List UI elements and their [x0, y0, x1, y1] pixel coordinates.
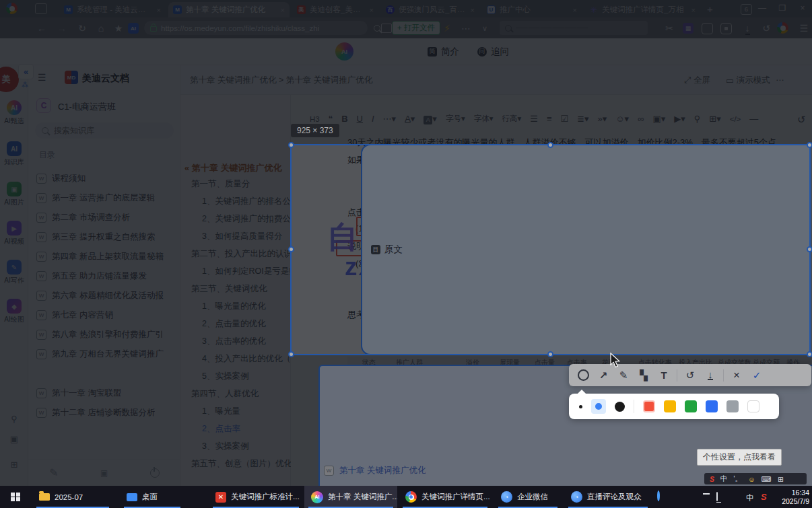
rail-item-knowledge[interactable]: AI 知识库 — [0, 141, 28, 167]
maximize-button[interactable]: ❐ — [776, 3, 789, 13]
table-icon[interactable]: ⊞▾ — [709, 114, 720, 124]
resize-handle[interactable] — [551, 260, 555, 265]
footer-button[interactable]: 实时数据 — [382, 470, 421, 483]
taskbar-item-active-doc[interactable]: AI 第十章 关键词推广... — [304, 486, 397, 508]
color-yellow[interactable] — [664, 400, 676, 412]
ime-indicator[interactable]: 中 — [746, 493, 754, 504]
code-icon[interactable]: </> — [730, 115, 741, 123]
annotation-rectangle[interactable] — [488, 216, 612, 236]
download-tool[interactable]: ↓ — [700, 367, 720, 384]
minimize-button[interactable]: — — [755, 3, 769, 13]
highlight-icon[interactable]: A▾ — [424, 114, 437, 124]
rail-item-ai-image[interactable]: ▣ AI图片 — [0, 182, 28, 207]
bold-icon[interactable]: B — [341, 114, 347, 124]
ai-extension-icon[interactable]: AI — [128, 23, 139, 34]
lightning-icon[interactable]: ⚡ — [440, 22, 454, 34]
tab-close-icon[interactable]: × — [281, 6, 285, 14]
tab-close-icon[interactable]: × — [573, 6, 577, 14]
sidebar-item[interactable]: W课程须知 — [32, 170, 176, 187]
browser-tab[interactable]: 美 美迪创客_美迪电商_美 × — [292, 2, 378, 17]
ime-keyboard-icon[interactable]: ⌨ — [762, 475, 772, 483]
tab-count-badge[interactable]: 6 — [741, 4, 752, 15]
sidebar-item[interactable]: W第七章 内容营销 — [32, 306, 176, 324]
browser-tab[interactable]: U 推广中心 × — [482, 2, 582, 17]
new-tab-button[interactable]: + — [707, 3, 713, 15]
close-button[interactable]: × — [796, 3, 809, 13]
present-mode-button[interactable]: ▭演示模式 — [726, 75, 770, 86]
stroke-size-small[interactable] — [579, 405, 582, 408]
taskbar-clock[interactable]: 16:34 2025/7/9 — [769, 488, 809, 505]
pin-icon[interactable]: ⚲ — [0, 414, 28, 424]
tray-sogou-icon[interactable]: S — [761, 492, 767, 502]
stroke-size-large[interactable] — [615, 402, 625, 412]
insert-video-icon[interactable]: ▶▾ — [674, 114, 685, 124]
cancel-capture-icon[interactable]: × — [726, 367, 747, 384]
taskbar-item-wecom[interactable]: ◔ 企业微信 — [494, 486, 562, 508]
search-input[interactable] — [53, 125, 156, 136]
ime-toolbox-icon[interactable]: ⊞ — [778, 475, 784, 483]
puzzle-extensions-icon[interactable] — [720, 23, 732, 34]
line-height-select[interactable]: 行高▾ — [502, 114, 521, 124]
annotation-rectangle[interactable] — [725, 216, 796, 237]
ime-emoji-icon[interactable]: ☺ — [748, 475, 755, 483]
tab-close-icon[interactable]: × — [370, 6, 374, 14]
font-size-select[interactable]: 字号▾ — [446, 114, 465, 124]
rail-item-ai-select[interactable]: AI AI甄选 — [0, 100, 28, 126]
color-green[interactable] — [685, 400, 697, 412]
toc-title[interactable]: « 第十章 关键词推广优化 — [184, 162, 281, 174]
tray-microphone-icon[interactable] — [703, 492, 710, 495]
edit-icon[interactable]: ✎ — [49, 466, 58, 479]
tab-summary[interactable]: 简 简介 — [419, 42, 468, 61]
resize-handle[interactable] — [705, 249, 710, 254]
ellipse-tool[interactable] — [573, 367, 593, 384]
resize-handle[interactable] — [705, 273, 710, 277]
sidebar-item[interactable]: W第四章 新品上架获取流量秘籍 — [32, 248, 176, 265]
bullet-list-icon[interactable]: ☰ — [530, 114, 538, 124]
rail-item-ai-video[interactable]: ▶ AI视频 — [0, 221, 28, 246]
resize-handle[interactable] — [628, 273, 632, 277]
toc-item[interactable]: 第五节、创意（图片）优化 — [191, 458, 298, 470]
more-icon[interactable]: ⋯ — [459, 22, 473, 34]
home-button[interactable]: ⌂ — [94, 22, 108, 34]
toolbar-search-box[interactable]: ⸺⸺⸺⸺⸺⸺ — [500, 21, 648, 35]
knowledge-search-box[interactable] — [35, 122, 174, 139]
more-format-icon[interactable]: ⋯▾ — [383, 114, 397, 124]
undo-icon[interactable]: ↺ — [797, 114, 806, 126]
browser-tab[interactable]: 百 便强澳门风云_百度搜索 × — [381, 2, 479, 17]
tab-close-icon[interactable]: × — [157, 6, 161, 14]
open-file-button[interactable]: + 打开文件 — [392, 21, 440, 35]
start-button[interactable] — [0, 486, 31, 508]
forward-button[interactable]: → — [55, 22, 69, 34]
browser-tab-active[interactable]: M 第十章 关键词推广优化 × — [168, 2, 290, 17]
bookmark-star-icon[interactable]: ★ — [112, 22, 125, 34]
color-blue[interactable] — [706, 400, 718, 412]
footer-button[interactable]: 复制 — [510, 470, 535, 483]
insert-image-icon[interactable]: ▣▾ — [652, 114, 665, 124]
align-icon[interactable]: ≣▾ — [577, 114, 588, 124]
rail-item-ai-drawing[interactable]: ◆ AI绘图 — [0, 299, 28, 324]
resize-handle[interactable] — [551, 273, 555, 277]
sidebar-item[interactable]: W第十二章 店铺诊断数据分析 — [32, 404, 176, 421]
undo-tool[interactable]: ↺ — [680, 367, 700, 384]
toc-item[interactable]: 第三节、关键词优化 — [191, 283, 298, 295]
workspace-avatar[interactable]: C — [36, 98, 51, 113]
text-color-icon[interactable]: A▾ — [405, 114, 415, 124]
taskbar-item-chrome[interactable]: 关键词推广详情页... — [399, 486, 492, 508]
hamburger-menu-icon[interactable]: ☰ — [797, 22, 811, 34]
taskbar-item-spreadsheet[interactable]: ✕ 关键词推广标准计... — [209, 486, 303, 508]
font-family-select[interactable]: 字体▾ — [474, 114, 494, 124]
stroke-size-medium-selected[interactable] — [591, 399, 606, 414]
tray-app-icon[interactable] — [657, 492, 660, 500]
collapse-icon[interactable]: « — [184, 163, 192, 173]
window-icon[interactable]: ▣ — [100, 468, 108, 478]
mosaic-tool[interactable]: ▚ — [634, 367, 654, 384]
split-screen-icon[interactable] — [35, 3, 47, 14]
download-icon[interactable]: ↓ — [741, 22, 754, 34]
ime-cn-icon[interactable]: 中 — [720, 474, 728, 484]
row-checkbox[interactable] — [347, 438, 349, 446]
italic-icon[interactable]: I — [372, 114, 374, 124]
row-checkbox[interactable] — [347, 406, 349, 414]
sidebar-item[interactable]: W第三章 提升权重之自然搜索 — [32, 228, 176, 246]
attach-icon[interactable]: ⚲ — [694, 114, 701, 124]
taskbar-item-desktop[interactable]: 桌面 — [120, 486, 184, 508]
